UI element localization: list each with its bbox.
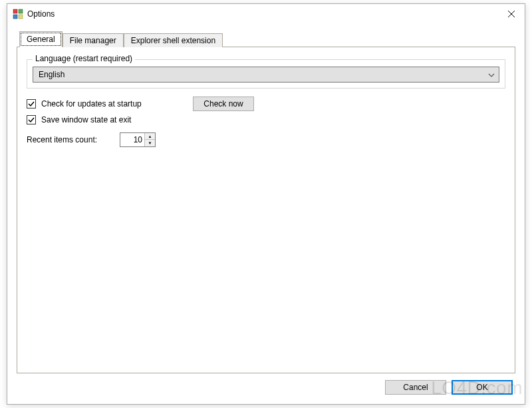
- check-updates-checkbox[interactable]: [27, 99, 36, 108]
- close-button[interactable]: [498, 4, 525, 24]
- spinner-down-button[interactable]: ▼: [145, 140, 155, 146]
- tab-strip: General File manager Explorer shell exte…: [19, 31, 515, 47]
- checkmark-icon: [28, 101, 35, 107]
- tab-file-manager[interactable]: File manager: [63, 33, 124, 47]
- recent-items-spinner[interactable]: 10 ▲ ▼: [120, 132, 156, 147]
- close-icon: [508, 11, 515, 17]
- save-window-state-row: Save window state at exit: [27, 115, 505, 124]
- save-window-state-checkbox[interactable]: [27, 115, 36, 124]
- svg-rect-3: [19, 15, 23, 19]
- recent-items-row: Recent items count: 10 ▲ ▼: [27, 132, 505, 147]
- chevron-down-icon: [488, 71, 495, 79]
- dialog-footer: Cancel OK: [17, 373, 515, 397]
- svg-rect-0: [13, 9, 17, 13]
- check-now-button[interactable]: Check now: [193, 97, 254, 111]
- language-select[interactable]: English: [33, 67, 499, 83]
- tab-explorer-shell-extension[interactable]: Explorer shell extension: [124, 33, 223, 47]
- check-updates-label: Check for updates at startup: [41, 99, 188, 108]
- tab-general[interactable]: General: [19, 31, 63, 47]
- options-window: Options General File manager Explorer sh…: [7, 3, 525, 405]
- client-area: General File manager Explorer shell exte…: [7, 24, 525, 404]
- check-updates-row: Check for updates at startup Check now: [27, 97, 505, 111]
- spinner-up-button[interactable]: ▲: [145, 133, 155, 140]
- cancel-button[interactable]: Cancel: [385, 380, 446, 395]
- app-icon: [13, 9, 23, 19]
- recent-items-label: Recent items count:: [27, 135, 114, 144]
- titlebar: Options: [7, 4, 525, 24]
- save-window-state-label: Save window state at exit: [41, 115, 131, 124]
- window-title: Options: [27, 9, 498, 19]
- language-group-label: Language (restart required): [33, 54, 135, 63]
- svg-rect-1: [19, 9, 23, 13]
- recent-items-value: 10: [120, 135, 144, 144]
- svg-rect-2: [13, 15, 17, 19]
- language-selected-value: English: [39, 70, 65, 79]
- ok-button[interactable]: OK: [452, 380, 513, 395]
- spinner-buttons: ▲ ▼: [144, 133, 155, 146]
- checkmark-icon: [28, 116, 35, 123]
- tab-panel-general: Language (restart required) English Chec…: [17, 47, 515, 373]
- language-groupbox: Language (restart required) English: [27, 59, 505, 89]
